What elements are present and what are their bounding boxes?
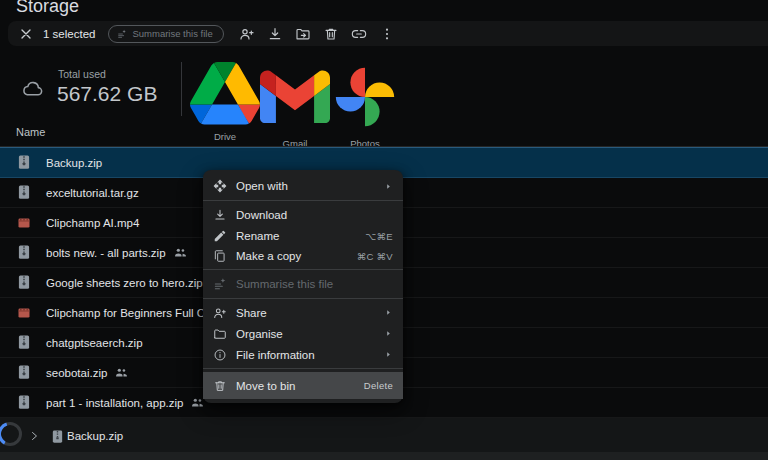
file-name: exceltutorial.tar.gz [46,187,139,199]
total-used-value: 567.62 GB [57,82,157,106]
drive-storage-page: Storage 1 selected Summarise this file [0,0,768,460]
menu-item-share[interactable]: Share [203,302,403,323]
shortcut-label: ⌥⌘E [365,231,393,242]
menu-separator [203,269,403,270]
add-person-icon [213,306,227,320]
file-name: Clipchamp AI.mp4 [46,217,139,229]
menu-separator [203,298,403,299]
menu-separator [203,368,403,369]
folder-icon [213,327,227,341]
link-icon[interactable] [351,26,367,42]
menu-item-label: Move to bin [236,380,295,392]
video-file-icon [18,216,30,229]
shared-people-icon [115,367,128,378]
loading-spinner [0,420,24,448]
menu-item-label: Organise [236,328,283,340]
submenu-arrow-icon [384,182,393,191]
expand-chevron-icon[interactable] [28,430,40,442]
open-with-icon [213,179,227,193]
selected-count: 1 selected [43,28,95,40]
shortcut-label: ⌘C ⌘V [357,251,393,262]
info-icon [213,348,227,362]
sparkle-icon [117,29,127,39]
menu-item-download[interactable]: Download [203,204,403,226]
menu-item-label: Download [236,209,287,221]
toast-file-name: Backup.zip [67,430,123,442]
zip-file-icon [52,430,63,442]
shared-people-icon [174,247,187,258]
trash-icon [213,379,227,393]
toolbar-actions [239,26,395,42]
summarise-button-label: Summarise this file [132,28,212,39]
drive-usage-tile: Drive 549.92 GB [190,62,260,159]
drive-logo-icon [190,62,260,125]
submenu-arrow-icon [384,350,393,359]
cloud-icon [21,77,44,97]
zip-file-icon [18,366,30,379]
page-title: Storage [16,0,79,17]
menu-item-label: File information [236,349,315,361]
total-used-label: Total used [58,68,106,80]
menu-item-organise[interactable]: Organise [203,323,403,344]
menu-item-label: Summarise this file [236,278,333,290]
name-column-header[interactable]: Name [16,126,45,138]
zip-file-icon [18,186,30,199]
menu-item-label: Share [236,307,267,319]
photos-logo-icon [330,62,400,132]
trash-icon[interactable] [323,26,339,42]
menu-item-make-a-copy[interactable]: Make a copy ⌘C ⌘V [203,246,403,266]
zip-file-icon [18,276,30,289]
file-name: seobotai.zip [46,367,107,379]
download-icon[interactable] [267,26,283,42]
file-name: bolts new. - all parts.zip [46,247,166,259]
menu-item-label: Make a copy [236,250,301,262]
submenu-arrow-icon [384,329,393,338]
menu-item-label: Rename [236,230,279,242]
menu-item-file-information[interactable]: File information [203,344,403,365]
drive-label: Drive [190,131,260,142]
menu-item-move-to-bin[interactable]: Move to bin Delete [203,372,403,399]
bottom-strip [0,452,768,460]
pencil-icon [213,229,227,243]
zip-file-icon [18,396,30,409]
menu-item-label: Open with [236,180,288,192]
menu-item-summarise-this-file[interactable]: Summarise this file [203,273,403,295]
file-name: Google sheets zero to hero.zip [46,277,203,289]
selection-toolbar: 1 selected Summarise this file [8,21,768,46]
close-icon[interactable] [18,26,34,42]
summarise-file-button[interactable]: Summarise this file [108,25,223,43]
summary-divider [181,62,182,116]
move-to-folder-icon[interactable] [295,26,311,42]
gmail-logo-icon [260,62,330,132]
download-icon [213,208,227,222]
copy-icon [213,249,227,263]
sparkle-icon [213,277,227,291]
submenu-arrow-icon [384,308,393,317]
menu-item-rename[interactable]: Rename ⌥⌘E [203,226,403,246]
context-menu: Open with Download Rename ⌥⌘E Make a cop… [203,170,403,403]
file-name: part 1 - installation, app.zip [46,397,183,409]
zip-file-icon [18,246,30,259]
shortcut-label: Delete [364,380,393,391]
zip-file-icon [18,336,30,349]
zip-file-icon [18,156,30,169]
menu-item-open-with[interactable]: Open with [203,175,403,197]
more-options-icon[interactable] [379,26,395,42]
menu-separator [203,200,403,201]
add-person-icon[interactable] [239,26,255,42]
file-name: Backup.zip [46,157,102,169]
video-file-icon [18,306,30,319]
file-name: chatgptseaerch.zip [46,337,143,349]
